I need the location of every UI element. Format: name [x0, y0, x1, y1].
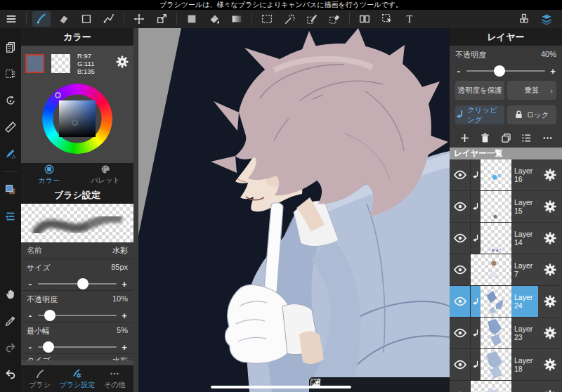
- slider-track[interactable]: [38, 278, 117, 289]
- layer-thumbnail[interactable]: [481, 191, 511, 222]
- divide-icon[interactable]: [355, 11, 374, 27]
- slider-minus-button[interactable]: -: [27, 279, 34, 289]
- rotate-icon[interactable]: [2, 92, 19, 109]
- layer-thumbnail[interactable]: [471, 381, 511, 392]
- menu-icon[interactable]: [2, 11, 20, 27]
- opacity-slider-thumb[interactable]: [494, 65, 505, 77]
- layer-list-icon[interactable]: [2, 208, 19, 225]
- slider-minus-button[interactable]: -: [27, 311, 34, 321]
- layer-visibility-eye-icon[interactable]: [450, 286, 471, 317]
- polyline-icon[interactable]: [100, 11, 118, 27]
- layer-thumbnail[interactable]: [481, 159, 511, 190]
- layer-visibility-eye-icon[interactable]: [450, 191, 471, 222]
- brush-next-arrow[interactable]: ›: [128, 216, 131, 228]
- select-pen-icon[interactable]: [303, 11, 321, 27]
- layer-thumbnail[interactable]: [481, 286, 511, 317]
- layer-visibility-eye-icon[interactable]: [450, 159, 471, 190]
- layer-row[interactable]: Layer24: [450, 286, 562, 318]
- layer-settings-gear-icon[interactable]: [538, 223, 562, 254]
- gradient-icon[interactable]: [228, 11, 246, 27]
- layer-row[interactable]: Layer16: [450, 159, 562, 191]
- move-icon[interactable]: [130, 11, 148, 27]
- flip-horizontal-icon[interactable]: [433, 380, 450, 392]
- pages-icon[interactable]: [2, 39, 19, 55]
- rect-tool-icon[interactable]: [77, 11, 96, 27]
- plus-icon[interactable]: [457, 131, 472, 145]
- select-eraser-icon[interactable]: [325, 11, 344, 27]
- slider-plus-button[interactable]: +: [121, 311, 128, 321]
- redo-dim-icon[interactable]: [2, 339, 19, 356]
- slider-thumb[interactable]: [43, 341, 54, 353]
- layer-thumbnail[interactable]: [481, 349, 511, 380]
- slider-track[interactable]: [38, 341, 117, 353]
- lock-button[interactable]: ロック: [507, 105, 556, 124]
- layer-visibility-eye-icon[interactable]: [450, 254, 471, 285]
- layers-toggle-icon[interactable]: [537, 11, 556, 27]
- layer-opacity-slider[interactable]: [466, 65, 545, 77]
- materials-icon[interactable]: [515, 11, 533, 27]
- layer-settings-gear-icon[interactable]: [538, 381, 562, 392]
- slider-thumb[interactable]: [44, 310, 55, 321]
- opacity-minus-button[interactable]: -: [455, 66, 462, 77]
- ruler-icon[interactable]: [2, 119, 19, 136]
- layer-visibility-eye-icon[interactable]: [450, 349, 471, 380]
- layer-settings-gear-icon[interactable]: [538, 159, 562, 190]
- correction-icon[interactable]: [354, 380, 371, 392]
- slider-plus-button[interactable]: +: [121, 279, 128, 289]
- hand-icon[interactable]: [2, 286, 19, 303]
- selection-layer-icon[interactable]: [393, 380, 410, 392]
- layer-row[interactable]: Layer15: [450, 191, 562, 223]
- operation-icon[interactable]: [378, 11, 396, 27]
- hue-cursor[interactable]: [55, 92, 61, 98]
- layer-row[interactable]: Layer23: [450, 318, 562, 349]
- bucket-icon[interactable]: [205, 11, 223, 27]
- tab-カラー[interactable]: カラー: [21, 163, 77, 186]
- layer-visibility-eye-icon[interactable]: [450, 318, 471, 348]
- wand-icon[interactable]: [280, 11, 299, 27]
- layer-settings-gear-icon[interactable]: [538, 191, 562, 222]
- eyedropper-icon[interactable]: [2, 313, 19, 329]
- opacity-plus-button[interactable]: +: [549, 66, 556, 77]
- color-swatch-icon[interactable]: [2, 181, 19, 198]
- more-icon[interactable]: [540, 131, 555, 145]
- select-list-icon[interactable]: [2, 65, 19, 82]
- layer-row[interactable]: Layer7: [450, 254, 562, 286]
- tab-ブラシ[interactable]: ブラシ: [21, 365, 58, 392]
- brush-prev-arrow[interactable]: ‹: [23, 216, 27, 228]
- layer-thumbnail[interactable]: [471, 254, 511, 285]
- sv-cursor[interactable]: [72, 119, 78, 126]
- tab-ブラシ設定[interactable]: ブラシ設定: [58, 365, 96, 392]
- select-icon[interactable]: [258, 11, 276, 27]
- save-icon[interactable]: [374, 380, 391, 392]
- color-settings-gear-icon[interactable]: [115, 55, 129, 72]
- tab-その他[interactable]: その他: [96, 365, 133, 392]
- list-icon[interactable]: [519, 131, 535, 145]
- layer-thumbnail[interactable]: [481, 318, 511, 348]
- layer-row[interactable]: Layer18: [450, 349, 562, 381]
- layer-settings-gear-icon[interactable]: [538, 318, 562, 348]
- trash-icon[interactable]: [478, 131, 493, 145]
- slider-track[interactable]: [38, 310, 117, 321]
- layer-visibility-eye-icon[interactable]: [450, 381, 471, 392]
- airbrush-icon[interactable]: [2, 145, 19, 162]
- layer-thumbnail[interactable]: [481, 223, 511, 254]
- eraser-icon[interactable]: [55, 11, 73, 27]
- slider-minus-button[interactable]: -: [27, 342, 34, 353]
- layer-settings-gear-icon[interactable]: [538, 349, 562, 380]
- export-icon[interactable]: [413, 380, 430, 392]
- canvas-viewport[interactable]: 3000*3000px 350dpi 53% -174° ブラシ: 85px 1…: [133, 28, 450, 392]
- tab-パレット[interactable]: パレット: [77, 163, 133, 186]
- saturation-value-square[interactable]: [59, 100, 96, 137]
- duplicate-icon[interactable]: [498, 131, 514, 145]
- layer-visibility-eye-icon[interactable]: [450, 223, 471, 254]
- blend-mode-button[interactable]: 乗算 ›: [507, 81, 556, 100]
- transparent-color-swatch[interactable]: [51, 54, 70, 73]
- protect-alpha-button[interactable]: 透明度を保護: [455, 81, 504, 100]
- layer-row[interactable]: Layer14: [450, 223, 562, 254]
- text-icon[interactable]: T: [400, 11, 419, 27]
- slider-plus-button[interactable]: +: [121, 342, 128, 353]
- current-color-swatch[interactable]: [25, 54, 44, 73]
- undo-icon[interactable]: [2, 366, 19, 383]
- brush-icon[interactable]: [32, 11, 51, 27]
- transform-icon[interactable]: [152, 11, 171, 27]
